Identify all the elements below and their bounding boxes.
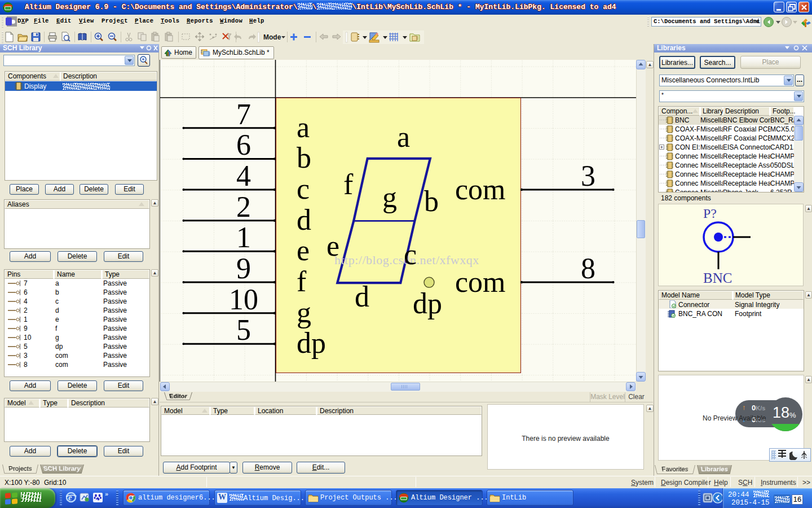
svg-text:c: c <box>404 238 417 270</box>
svg-text:3: 3 <box>581 160 595 192</box>
svg-text:d: d <box>297 204 311 236</box>
svg-text:a: a <box>297 111 310 143</box>
svg-text:a: a <box>397 121 410 153</box>
svg-text:b: b <box>297 142 311 174</box>
svg-text:g: g <box>297 296 311 329</box>
svg-text:Mode: Mode <box>263 33 281 41</box>
svg-text:f: f <box>297 265 307 297</box>
svg-text:e: e <box>68 493 72 502</box>
svg-text:d: d <box>355 281 369 313</box>
svg-text:6: 6 <box>236 129 251 161</box>
svg-text:P?: P? <box>703 206 717 221</box>
svg-text:2: 2 <box>236 191 251 223</box>
svg-text:9: 9 <box>236 252 251 284</box>
svg-text:8: 8 <box>581 252 595 284</box>
svg-text:1: 1 <box>236 221 251 253</box>
svg-text:dp: dp <box>297 327 326 359</box>
svg-text:dp: dp <box>413 287 442 319</box>
svg-text:e: e <box>297 234 310 266</box>
svg-text:e: e <box>326 230 339 262</box>
svg-text:BNC: BNC <box>703 270 732 286</box>
svg-text:5: 5 <box>236 314 251 346</box>
svg-text:f: f <box>343 168 354 200</box>
svg-text:com: com <box>455 173 506 205</box>
svg-text:com: com <box>455 266 506 298</box>
svg-text:c: c <box>297 173 310 205</box>
svg-text:b: b <box>424 185 439 217</box>
svg-text:4: 4 <box>236 160 251 192</box>
svg-text:g: g <box>382 181 397 213</box>
svg-text:10: 10 <box>229 283 258 316</box>
svg-text:7: 7 <box>236 98 251 130</box>
